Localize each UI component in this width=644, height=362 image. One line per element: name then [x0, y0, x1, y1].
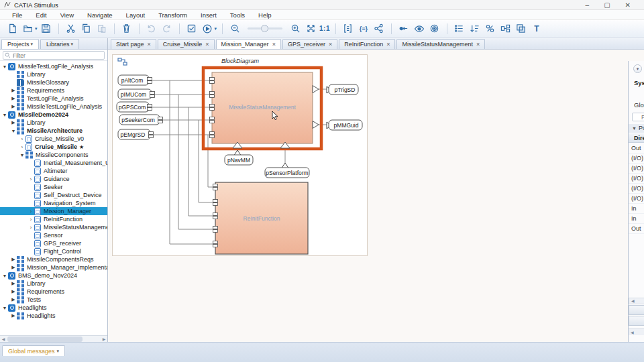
scroll-right-arrow-icon[interactable]: ▶	[101, 337, 107, 341]
document-tab[interactable]: MissileStatusManagement ×	[396, 39, 485, 49]
tree-item[interactable]: Navigation_System	[0, 199, 107, 207]
tab-close-icon[interactable]: ×	[329, 41, 332, 48]
tree-item[interactable]: › Cruise_Missile_v0	[0, 135, 107, 143]
tree-filter-input[interactable]	[3, 51, 105, 60]
tree-item[interactable]: › Cruise_Missile ★	[0, 143, 107, 151]
close-button[interactable]: ✕	[625, 1, 631, 9]
tree-item[interactable]: › ReInitFunction	[0, 215, 107, 223]
document-tab[interactable]: Mission_Manager ×	[216, 39, 281, 49]
tree-expander-icon[interactable]: ▼	[1, 64, 8, 69]
open-dropdown-caret-icon[interactable]: ▾	[35, 26, 38, 32]
zoom-out-icon[interactable]	[228, 22, 241, 36]
pin-arrow-icon[interactable]	[397, 22, 411, 36]
port-box[interactable]: pSensorPlatform	[265, 163, 309, 178]
document-tab[interactable]: Cruise_Missile ×	[158, 39, 215, 49]
port-direction-cell[interactable]: (I/O)	[629, 174, 644, 184]
tree-expander-icon[interactable]: ▶	[10, 265, 17, 270]
tree-horizontal-scrollbar[interactable]: ◀ ▶	[0, 335, 107, 342]
port-direction-cell[interactable]: (I/O)	[629, 184, 644, 194]
tree-item[interactable]: Inertial_Measurement_Unit	[0, 159, 107, 167]
tree-item[interactable]: ▶ Library	[0, 280, 107, 288]
list-icon[interactable]	[453, 22, 466, 36]
tree-item[interactable]: Altimeter	[0, 167, 107, 175]
tab-close-icon[interactable]: ×	[386, 41, 390, 48]
block-reinit-function[interactable]: ReInitFunction	[215, 182, 308, 254]
target-icon[interactable]	[428, 22, 441, 36]
play-dropdown-caret-icon[interactable]: ▾	[215, 26, 217, 32]
tree-expander-icon[interactable]: ▼	[10, 129, 17, 133]
tree-expander-icon[interactable]: ▶	[10, 257, 17, 262]
port-box[interactable]: pSeekerCom	[119, 115, 163, 125]
delete-icon[interactable]	[120, 22, 133, 36]
global-messages-tab[interactable]: Global messages ▾	[2, 345, 65, 356]
tree-expander-icon[interactable]: ▶	[10, 88, 17, 93]
tree-item[interactable]: ▶ Requirements	[0, 288, 107, 296]
group-expander-icon[interactable]: ▼	[632, 126, 637, 131]
redo-icon[interactable]	[160, 22, 174, 36]
variables-button[interactable]: Variables	[629, 316, 644, 326]
tree-expander-icon[interactable]: ▼	[1, 113, 8, 117]
tab-close-icon[interactable]: ×	[148, 41, 151, 48]
new-document-icon[interactable]	[5, 22, 19, 36]
port-direction-cell[interactable]: In	[629, 214, 644, 224]
port-box[interactable]: pEMgrSD	[118, 129, 154, 139]
port-box[interactable]: pIMUCom	[118, 89, 155, 99]
menu-item[interactable]: View	[54, 11, 80, 19]
tree-item[interactable]: Flight_Control	[0, 247, 107, 255]
panel-horizontal-scrollbar[interactable]: ◀	[629, 298, 644, 304]
tree-item[interactable]: ▼ MissileDemo2024	[0, 111, 107, 119]
tree-expander-icon[interactable]: ▼	[19, 153, 25, 158]
tree-item[interactable]: › Mission_Manager	[0, 207, 107, 215]
zoom-slider[interactable]	[248, 27, 282, 29]
requirements-list-icon[interactable]	[341, 22, 355, 36]
tree-expander-icon[interactable]: ›	[28, 225, 34, 230]
tree-expander-icon[interactable]: ▶	[10, 297, 17, 302]
menu-item[interactable]: Navigate	[80, 11, 119, 19]
explorer-tab[interactable]: Libraries ▾	[40, 39, 79, 49]
text-tool-icon[interactable]: T	[530, 22, 543, 36]
port-box[interactable]: pNavMM	[225, 150, 253, 165]
parameters-button[interactable]: Parameters	[629, 305, 644, 315]
maximize-button[interactable]: ▢	[604, 1, 610, 9]
port-direction-cell[interactable]: In	[629, 204, 644, 214]
tree-item[interactable]: MissileGlossary	[0, 78, 107, 86]
panel-bottom-scrollbar[interactable]: ◀▶	[629, 328, 644, 335]
tab-close-icon[interactable]: ×	[272, 41, 276, 48]
tree-item[interactable]: GPS_receiver	[0, 239, 107, 247]
play-icon[interactable]	[201, 22, 214, 36]
tree-item[interactable]: Self_Destruct_Device	[0, 191, 107, 199]
menu-item[interactable]: Layout	[119, 11, 152, 19]
port-direction-cell[interactable]: (I/O)	[629, 194, 644, 204]
tab-close-icon[interactable]: ×	[476, 41, 480, 48]
document-tab[interactable]: ReInitFunction ×	[339, 39, 395, 49]
tree-expander-icon[interactable]: ▶	[10, 104, 17, 109]
tree-item[interactable]: ▶ TestLogFile_Analysis	[0, 95, 107, 103]
layers-icon[interactable]	[515, 22, 528, 36]
copy-icon[interactable]	[80, 22, 93, 36]
document-tab[interactable]: Start page ×	[111, 39, 156, 49]
port-direction-cell[interactable]: Out	[629, 224, 644, 234]
sort-icon[interactable]	[468, 22, 482, 36]
tree-item[interactable]: Sensor	[0, 231, 107, 239]
scroll-left-arrow-icon[interactable]: ◀	[0, 337, 7, 341]
port-box[interactable]: pAltCom	[118, 75, 152, 85]
dropdown-caret-icon[interactable]: ▾	[71, 42, 74, 47]
tree-expander-icon[interactable]: ▶	[10, 313, 17, 318]
block-missile-status-management[interactable]: MissileStatusManagement	[212, 72, 313, 143]
tree-item[interactable]: ▶ MissileComponentsReqs	[0, 255, 107, 263]
document-tab[interactable]: GPS_receiver ×	[282, 39, 337, 49]
tree-expander-icon[interactable]: ▶	[10, 96, 17, 101]
fit-to-screen-icon[interactable]	[304, 22, 317, 36]
port-box[interactable]: pTrigSD	[327, 84, 358, 95]
tab-close-icon[interactable]: ×	[205, 41, 209, 48]
tree-expander-icon[interactable]: ▶	[10, 289, 17, 294]
tree-item[interactable]: ▼ MissileComponents	[0, 151, 107, 159]
tree-item[interactable]: ▶ Tests	[0, 296, 107, 304]
tree-item[interactable]: ▶ Library	[0, 119, 107, 127]
open-icon[interactable]	[21, 22, 34, 36]
scrollbar-thumb[interactable]	[7, 337, 83, 342]
menu-item[interactable]: Help	[252, 11, 278, 19]
tree-expander-icon[interactable]: ▶	[10, 281, 17, 286]
minimize-button[interactable]: –	[586, 1, 590, 9]
tree-item[interactable]: Seeker	[0, 183, 107, 191]
